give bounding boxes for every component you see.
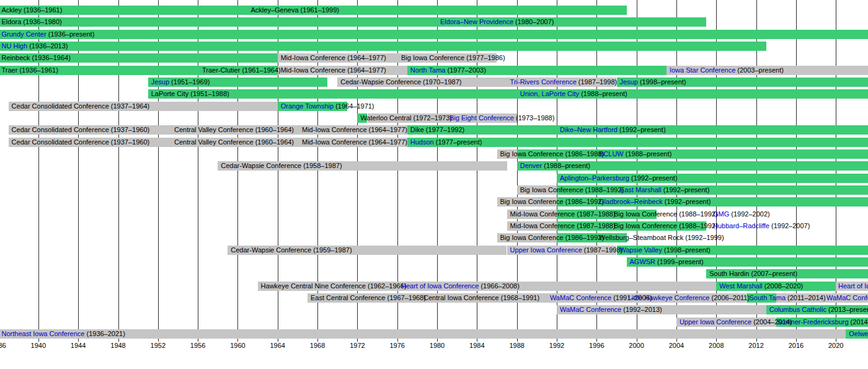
years-text: (1936–1961) — [22, 6, 62, 14]
entity-name: Dike — [410, 126, 424, 133]
entity-link[interactable]: Big Eight Conference — [450, 114, 514, 122]
entity-link[interactable]: Aplington–Parkersburg — [560, 174, 629, 182]
axis-year-label: 1960 — [230, 342, 245, 349]
entity-name: Big Iowa Conference — [500, 198, 564, 205]
years-text: (1988–present) — [624, 150, 672, 158]
years-text: (1992–present) — [618, 126, 666, 133]
years-text: (1988–1992) — [583, 186, 624, 193]
entity-link[interactable]: Wapsie Valley — [620, 246, 662, 254]
axis-year-label: 2004 — [669, 342, 684, 349]
bar-label: Wellsburg–Steamboat Rock (1992–1999) — [599, 233, 724, 242]
years-text: (1998–present) — [662, 246, 711, 254]
entity-name: Wellsburg–Steamboat Rock — [599, 234, 683, 241]
bar-label: Jesup (1998–present) — [620, 78, 686, 87]
bar-label: South Tama (2011–2014) — [750, 293, 826, 303]
entity-link[interactable]: Union, LaPorte City — [520, 90, 579, 97]
entity-link[interactable]: Iowa Star Conference — [670, 66, 735, 74]
entity-link[interactable]: WaMaC Conference — [826, 294, 868, 301]
years-text: (1987–1988) — [575, 222, 615, 229]
entity-link[interactable]: BCLUW — [599, 150, 624, 158]
years-text: (1937–1960) — [109, 138, 149, 146]
entity-link[interactable]: Tri-Rivers Conference — [510, 78, 577, 86]
bar-label: Central Valley Conference (1960–1964) — [174, 138, 294, 147]
entity-link[interactable]: East Marshall — [620, 186, 662, 193]
axis-year-label: 1996 — [589, 342, 604, 349]
entity-name: Eldora — [2, 18, 22, 25]
bar-label: Big Iowa Conference (1986–1988) — [500, 149, 604, 159]
timeline-bar — [0, 329, 846, 339]
entity-name: Ackley–Geneva — [251, 6, 299, 14]
entity-link[interactable]: Heart of Iowa Conference — [401, 282, 479, 290]
bar-label: Gladbrook–Reinbeck (1992–present) — [599, 197, 711, 207]
timeline-row: Cedar Consolidated Conference (1937–1960… — [0, 125, 868, 135]
entity-name: Cedar Consolidated Conference — [12, 102, 109, 110]
years-text: (1992–present) — [629, 174, 678, 182]
years-text: (1936–1961) — [17, 66, 58, 74]
years-text: (1951–1969) — [169, 78, 210, 86]
entity-link[interactable]: Hubbard–Radcliffe — [713, 222, 769, 229]
entity-link[interactable]: Hudson — [410, 138, 434, 146]
bar-label: Traer (1936–1961) — [2, 66, 58, 75]
axis-year-label: 2000 — [629, 342, 644, 349]
entity-link[interactable]: WaMaC Conference — [560, 306, 621, 313]
entity-link[interactable]: Orange Township — [281, 102, 334, 110]
entity-link[interactable]: Little Hawkeye Conference — [628, 294, 709, 301]
bar-label: Aplington–Parkersburg (1992–present) — [560, 174, 678, 183]
bar-label: East Marshall (1992–present) — [620, 185, 709, 195]
entity-link[interactable]: Upper Iowa Conference — [680, 318, 751, 326]
entity-link[interactable]: Jesup — [151, 78, 169, 86]
bar-label: Dike–New Hartford (1992–present) — [560, 125, 666, 135]
bar-label: Mid-Iowa Conference (1987–1988) — [510, 221, 616, 231]
axis-year-label: 1976 — [389, 342, 404, 349]
entity-link[interactable]: Oelwein — [849, 330, 868, 337]
entity-link[interactable]: South Tama — [750, 294, 786, 301]
entity-link[interactable]: Upper Iowa Conference — [510, 246, 582, 254]
entity-link[interactable]: Dike–New Hartford — [560, 126, 618, 133]
entity-link[interactable]: Eldora–New Providence — [440, 18, 513, 25]
bar-label: Mid-Iowa Conference (1964–1977) — [281, 53, 386, 63]
entity-link[interactable]: Northeast Iowa Conference — [2, 330, 85, 337]
bar-label: Mid-Iowa Conference (1964–1977) — [302, 125, 407, 135]
years-text: (1986–1992) — [564, 234, 604, 241]
entity-link[interactable]: NU High — [2, 42, 28, 50]
years-text: (1986–1992) — [564, 198, 604, 205]
years-text: (1959–1987) — [311, 246, 352, 254]
bar-label: GMG (1992–2002) — [713, 210, 770, 219]
entity-name: Big Iowa Conference — [520, 186, 583, 193]
entity-name: South Hardin — [709, 270, 749, 277]
entity-link[interactable]: Grundy Center — [2, 30, 46, 38]
timeline-row: Big Iowa Conference (1986–1992)Wellsburg… — [0, 233, 868, 242]
years-text: (1977–1992) — [424, 126, 464, 133]
bar-label: Waterloo Central (1972–1973) — [360, 113, 452, 123]
axis-year-label: 1948 — [110, 342, 125, 349]
entity-name: Waterloo Central — [360, 114, 411, 122]
years-text: (1967–1968) — [385, 294, 425, 301]
entity-link[interactable]: Jesup — [620, 78, 638, 86]
years-text: (2014–present) — [849, 318, 868, 326]
entity-link[interactable]: AGWSR — [630, 258, 656, 265]
timeline-row: WaMaC Conference (1992–2013)Columbus Cat… — [0, 305, 868, 314]
years-text: (1973–1988) — [514, 114, 554, 122]
entity-name: Mid-Iowa Conference — [302, 138, 367, 146]
entity-link[interactable]: Sumner-Fredericksburg — [777, 318, 849, 326]
bar-label: Big Iowa Conference (1977–1986) — [401, 53, 505, 63]
timeline-row: LaPorte City (1951–1988)Union, LaPorte C… — [0, 89, 868, 99]
bar-label: Upper Iowa Conference (2004–2014) — [680, 318, 792, 327]
entity-link[interactable]: Heart of Iowa Conference — [838, 282, 868, 290]
entity-name: Reinbeck — [2, 54, 30, 61]
entity-link[interactable]: WaMaC Conference — [550, 294, 611, 301]
entity-link[interactable]: Columbus Catholic — [769, 306, 826, 313]
years-text: (1958–1987) — [301, 162, 342, 169]
axis-year-label: 2012 — [748, 342, 763, 349]
entity-link[interactable]: North Tama — [410, 66, 446, 74]
entity-link[interactable]: Gladbrook–Reinbeck — [599, 198, 663, 205]
timeline-row: Mid-Iowa Conference (1987–1988)Big Iowa … — [0, 210, 868, 219]
timeline-row: Aplington–Parkersburg (1992–present) — [0, 174, 868, 183]
bar-label: Traer-Clutier (1961–1964) — [202, 66, 281, 75]
entity-link[interactable]: GMG — [713, 210, 729, 218]
entity-link[interactable]: West Marshall — [719, 282, 762, 290]
years-text: (1936–2013) — [27, 42, 68, 50]
entity-link[interactable]: Denver — [520, 162, 542, 169]
axis-year-label: 1968 — [310, 342, 325, 349]
bar-label: Hubbard–Radcliffe (1992–2007) — [713, 221, 810, 231]
